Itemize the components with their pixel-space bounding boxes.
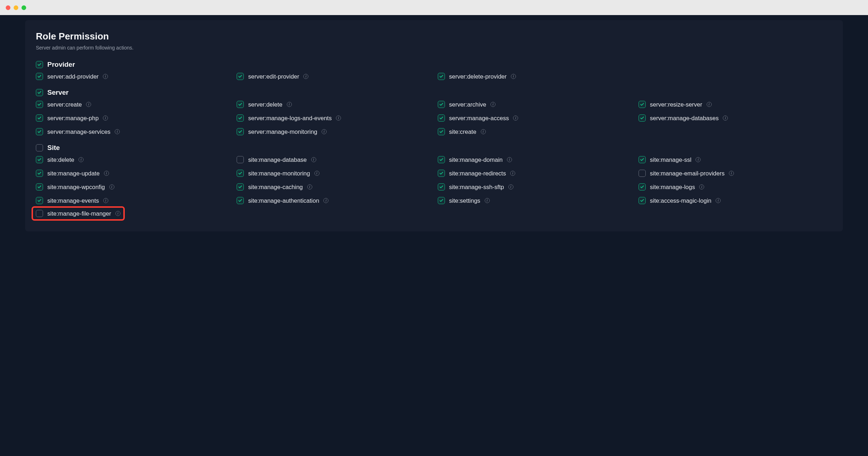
permission-checkbox[interactable]: [639, 197, 646, 204]
permission-checkbox[interactable]: [36, 114, 43, 122]
permission-checkbox[interactable]: [438, 197, 445, 204]
permission-label: site:create: [449, 128, 476, 135]
permission-item: site:manage-authenticationi: [237, 196, 430, 205]
permission-checkbox[interactable]: [237, 197, 244, 204]
permission-label: site:manage-caching: [248, 184, 303, 191]
permission-label: server:archive: [449, 101, 487, 108]
permission-item: server:deletei: [237, 100, 430, 109]
info-icon[interactable]: i: [481, 129, 486, 134]
permission-label: site:manage-ssh-sftp: [449, 184, 504, 191]
info-icon[interactable]: i: [303, 74, 308, 79]
page-body: Role Permission Server admin can perform…: [0, 15, 868, 260]
permission-checkbox[interactable]: [438, 73, 445, 80]
permission-checkbox[interactable]: [237, 101, 244, 108]
panel-title: Role Permission: [36, 31, 832, 42]
info-icon[interactable]: i: [511, 74, 516, 79]
info-icon[interactable]: i: [115, 129, 120, 134]
permission-checkbox[interactable]: [237, 73, 244, 80]
section-site-checkbox[interactable]: [36, 144, 43, 151]
permission-checkbox[interactable]: [639, 114, 646, 122]
info-icon[interactable]: i: [314, 171, 319, 176]
info-icon[interactable]: i: [86, 102, 91, 107]
info-icon[interactable]: i: [115, 211, 120, 216]
permission-label: site:access-magic-login: [650, 197, 711, 204]
permission-checkbox[interactable]: [36, 128, 43, 135]
info-icon[interactable]: i: [508, 184, 513, 189]
permission-item: server:manage-phpi: [36, 114, 229, 122]
info-icon[interactable]: i: [485, 198, 490, 203]
permission-item: site:settingsi: [438, 196, 631, 205]
permission-item: site:manage-monitoringi: [237, 169, 430, 178]
info-icon[interactable]: i: [104, 171, 109, 176]
window-minimize-button[interactable]: [14, 5, 18, 10]
info-icon[interactable]: i: [109, 184, 114, 189]
info-icon[interactable]: i: [103, 198, 108, 203]
info-icon[interactable]: i: [323, 198, 328, 203]
permission-checkbox[interactable]: [639, 183, 646, 191]
permission-item: server:createi: [36, 100, 229, 109]
section-provider-header: Provider: [36, 61, 832, 69]
info-icon[interactable]: i: [336, 116, 341, 121]
permission-item: site:manage-cachingi: [237, 183, 430, 191]
permission-label: server:delete-provider: [449, 73, 507, 80]
info-icon[interactable]: i: [311, 157, 316, 162]
permission-label: site:manage-monitoring: [248, 170, 310, 177]
permission-checkbox[interactable]: [237, 114, 244, 122]
info-icon[interactable]: i: [287, 102, 292, 107]
info-icon[interactable]: i: [723, 116, 728, 121]
info-icon[interactable]: i: [103, 74, 108, 79]
info-icon[interactable]: i: [707, 102, 712, 107]
info-icon[interactable]: i: [699, 184, 704, 189]
permission-checkbox[interactable]: [237, 170, 244, 177]
permission-checkbox[interactable]: [36, 183, 43, 191]
permission-checkbox[interactable]: [36, 156, 43, 163]
permission-label: server:add-provider: [47, 73, 99, 80]
info-icon[interactable]: i: [696, 157, 701, 162]
permission-checkbox[interactable]: [438, 128, 445, 135]
info-icon[interactable]: i: [507, 157, 512, 162]
permission-checkbox[interactable]: [36, 73, 43, 80]
permission-label: site:manage-domain: [449, 156, 503, 163]
permission-checkbox[interactable]: [438, 101, 445, 108]
permission-label: server:edit-provider: [248, 73, 299, 80]
permission-checkbox[interactable]: [438, 156, 445, 163]
permission-label: server:manage-logs-and-events: [248, 115, 332, 122]
permission-item: server:manage-databasesi: [639, 114, 832, 122]
permission-item: site:manage-ssh-sftpi: [438, 183, 631, 191]
window-maximize-button[interactable]: [22, 5, 26, 10]
permission-label: site:manage-update: [47, 170, 100, 177]
permission-checkbox[interactable]: [237, 128, 244, 135]
permission-checkbox[interactable]: [237, 183, 244, 191]
permission-checkbox[interactable]: [438, 114, 445, 122]
permission-checkbox[interactable]: [438, 183, 445, 191]
permission-item: site:deletei: [36, 155, 229, 164]
permission-checkbox[interactable]: [36, 101, 43, 108]
permission-checkbox[interactable]: [639, 101, 646, 108]
permission-checkbox[interactable]: [237, 156, 244, 163]
info-icon[interactable]: i: [103, 116, 108, 121]
section-provider-checkbox[interactable]: [36, 61, 43, 68]
permission-checkbox[interactable]: [639, 156, 646, 163]
permission-item: server:edit-provideri: [237, 72, 430, 81]
permission-checkbox[interactable]: [36, 170, 43, 177]
permission-checkbox[interactable]: [36, 210, 43, 217]
info-icon[interactable]: i: [307, 184, 312, 189]
permission-label: site:manage-wpconfig: [47, 184, 105, 191]
permission-label: site:manage-database: [248, 156, 307, 163]
info-icon[interactable]: i: [729, 171, 734, 176]
permission-checkbox[interactable]: [639, 170, 646, 177]
permission-label: server:create: [47, 101, 82, 108]
permission-item: site:manage-redirectsi: [438, 169, 631, 178]
info-icon[interactable]: i: [79, 157, 84, 162]
permission-label: site:manage-authentication: [248, 197, 319, 204]
permission-checkbox[interactable]: [36, 197, 43, 204]
section-server-checkbox[interactable]: [36, 89, 43, 96]
info-icon[interactable]: i: [322, 129, 327, 134]
window-close-button[interactable]: [6, 5, 10, 10]
info-icon[interactable]: i: [716, 198, 721, 203]
info-icon[interactable]: i: [513, 116, 518, 121]
section-server-grid: server:createiserver:deleteiserver:archi…: [36, 100, 832, 136]
info-icon[interactable]: i: [510, 171, 515, 176]
permission-checkbox[interactable]: [438, 170, 445, 177]
info-icon[interactable]: i: [490, 102, 495, 107]
